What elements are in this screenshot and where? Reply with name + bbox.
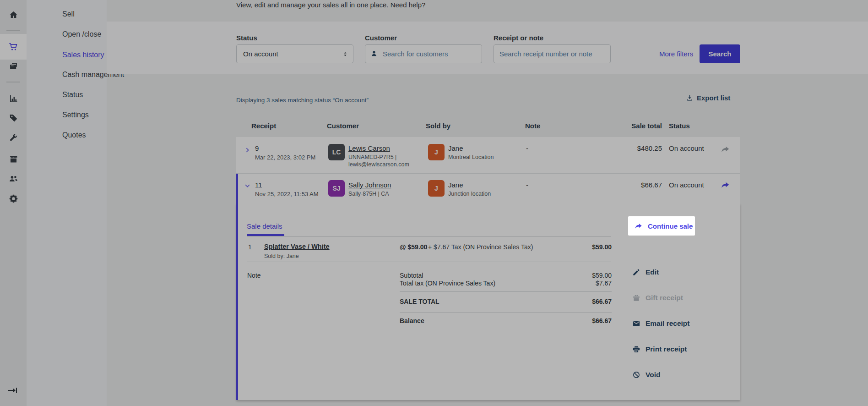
continue-sale-button[interactable]: Continue sale: [628, 216, 695, 236]
continue-sale-label: Continue sale: [648, 222, 693, 230]
dim-overlay: [0, 0, 868, 406]
continue-sale-arrow-icon: [634, 222, 643, 230]
